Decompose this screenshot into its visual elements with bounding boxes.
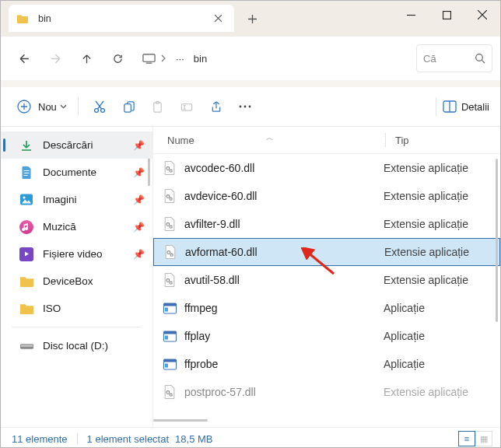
view-details-button[interactable]: Detalii bbox=[443, 100, 489, 113]
drive-icon bbox=[19, 339, 33, 353]
tab-active[interactable]: bin bbox=[9, 5, 234, 32]
pin-icon: 📌 bbox=[133, 140, 145, 151]
sidebar-item-label: Imagini bbox=[43, 194, 77, 205]
back-button[interactable] bbox=[9, 44, 40, 72]
file-name: avdevice-60.dll bbox=[184, 190, 374, 202]
videos-icon bbox=[19, 247, 33, 261]
file-type: Aplicație bbox=[374, 302, 425, 314]
rename-button[interactable] bbox=[172, 93, 201, 120]
view-grid-button[interactable]: ▦ bbox=[475, 431, 492, 446]
sidebar-item-images[interactable]: Imagini 📌 bbox=[1, 186, 152, 213]
sidebar-item-devicebox[interactable]: DeviceBox bbox=[1, 268, 152, 295]
view-switcher: ≡ ▦ bbox=[458, 431, 492, 446]
exe-icon bbox=[163, 329, 177, 343]
minimize-button[interactable] bbox=[393, 1, 429, 29]
svg-point-12 bbox=[248, 106, 250, 108]
svg-rect-0 bbox=[443, 11, 450, 19]
new-tab-button[interactable] bbox=[239, 5, 265, 32]
sidebar-item-music[interactable]: Muzică 📌 bbox=[1, 213, 152, 240]
pin-icon: 📌 bbox=[133, 249, 145, 260]
more-button[interactable] bbox=[231, 93, 259, 120]
folder-icon bbox=[19, 275, 33, 289]
file-row[interactable]: ffprobeAplicație bbox=[153, 350, 500, 378]
svg-rect-31 bbox=[165, 307, 168, 311]
paste-button[interactable] bbox=[143, 93, 172, 120]
file-type: Extensie aplicație bbox=[374, 162, 468, 174]
file-row[interactable]: avdevice-60.dllExtensie aplicație bbox=[153, 182, 500, 210]
sidebar-item-iso[interactable]: ISO bbox=[1, 295, 152, 322]
search-box[interactable]: Că bbox=[416, 44, 492, 72]
forward-button[interactable] bbox=[40, 44, 71, 72]
sidebar-item-downloads[interactable]: Descărcări 📌 bbox=[1, 131, 152, 159]
pin-icon: 📌 bbox=[133, 167, 145, 178]
file-row[interactable]: avutil-58.dllExtensie aplicație bbox=[153, 266, 500, 294]
file-type: Extensie aplicație bbox=[374, 274, 468, 286]
dll-icon bbox=[163, 189, 177, 203]
file-name: postproc-57.dll bbox=[184, 386, 374, 398]
view-details-label: Detalii bbox=[461, 101, 489, 113]
status-bar: 11 elemente 1 element selectat 18,5 MB ≡… bbox=[1, 427, 500, 448]
svg-rect-6 bbox=[124, 103, 131, 111]
svg-point-11 bbox=[243, 106, 246, 108]
column-type[interactable]: Tip bbox=[386, 135, 409, 146]
dll-icon bbox=[163, 245, 177, 259]
pc-icon bbox=[142, 53, 156, 65]
details-icon bbox=[443, 100, 457, 113]
file-type: Aplicație bbox=[374, 330, 425, 342]
window: { "titlebar": { "tab_title": "bin" }, "t… bbox=[0, 0, 501, 448]
file-scrollbar[interactable] bbox=[496, 159, 498, 322]
chevron-down-icon bbox=[60, 104, 67, 109]
share-button[interactable] bbox=[201, 93, 231, 120]
svg-rect-33 bbox=[163, 331, 176, 334]
dll-icon bbox=[163, 385, 177, 399]
exe-icon bbox=[163, 301, 177, 315]
tab-close-button[interactable] bbox=[208, 9, 228, 29]
toolbar: Nou Detalii bbox=[1, 87, 500, 127]
sidebar-item-documents[interactable]: Documente 📌 bbox=[1, 159, 152, 186]
sidebar-item-label: DeviceBox bbox=[43, 275, 93, 287]
refresh-button[interactable] bbox=[102, 44, 133, 72]
svg-point-4 bbox=[94, 109, 98, 113]
file-row[interactable]: ffplayAplicație bbox=[153, 322, 500, 350]
address-bar[interactable]: ··· bin bbox=[138, 44, 408, 72]
file-type: Extensie aplicație bbox=[374, 218, 468, 230]
chevron-right-icon[interactable] bbox=[160, 54, 166, 62]
status-count: 11 elemente bbox=[12, 433, 68, 445]
sidebar: Descărcări 📌 Documente 📌 Imagini 📌 Muzic… bbox=[1, 127, 153, 427]
file-row[interactable]: ffmpegAplicație bbox=[153, 294, 500, 322]
file-row[interactable]: avcodec-60.dllExtensie aplicație bbox=[153, 154, 500, 182]
status-size: 18,5 MB bbox=[175, 433, 212, 445]
copy-button[interactable] bbox=[114, 93, 143, 120]
view-list-button[interactable]: ≡ bbox=[458, 431, 475, 446]
address-crumb[interactable]: bin bbox=[194, 53, 207, 65]
svg-point-5 bbox=[100, 109, 104, 113]
sidebar-item-label: ISO bbox=[43, 303, 61, 314]
file-row[interactable]: avformat-60.dllExtensie aplicație bbox=[153, 238, 500, 266]
sidebar-item-label: Documente bbox=[43, 166, 96, 178]
sidebar-item-disk-d[interactable]: Disc local (D:) bbox=[1, 332, 152, 359]
documents-icon bbox=[19, 166, 33, 180]
close-button[interactable] bbox=[464, 1, 500, 29]
svg-rect-30 bbox=[163, 303, 176, 306]
new-button[interactable]: Nou bbox=[12, 96, 72, 117]
file-row[interactable]: postproc-57.dllExtensie aplicație bbox=[153, 378, 500, 406]
svg-point-2 bbox=[476, 54, 483, 61]
up-button[interactable] bbox=[71, 44, 102, 72]
cut-button[interactable] bbox=[85, 93, 114, 120]
address-ellipsis[interactable]: ··· bbox=[176, 53, 184, 65]
exe-icon bbox=[163, 357, 177, 371]
dll-icon bbox=[163, 161, 177, 175]
file-row[interactable]: avfilter-9.dllExtensie aplicație bbox=[153, 210, 500, 238]
sort-asc-icon: ︿ bbox=[266, 133, 273, 143]
svg-rect-34 bbox=[165, 335, 168, 339]
file-type: Extensie aplicație bbox=[374, 386, 468, 398]
h-scrollbar[interactable] bbox=[153, 416, 500, 427]
body: Descărcări 📌 Documente 📌 Imagini 📌 Muzic… bbox=[1, 127, 500, 427]
column-name[interactable]: ︿ Nume bbox=[153, 135, 385, 146]
sidebar-item-videos[interactable]: Fișiere video 📌 bbox=[1, 240, 152, 268]
file-name: avutil-58.dll bbox=[184, 274, 374, 286]
file-name: avcodec-60.dll bbox=[184, 162, 374, 174]
tab-title: bin bbox=[38, 13, 51, 24]
maximize-button[interactable] bbox=[429, 1, 464, 29]
sidebar-item-label: Descărcări bbox=[43, 139, 93, 151]
